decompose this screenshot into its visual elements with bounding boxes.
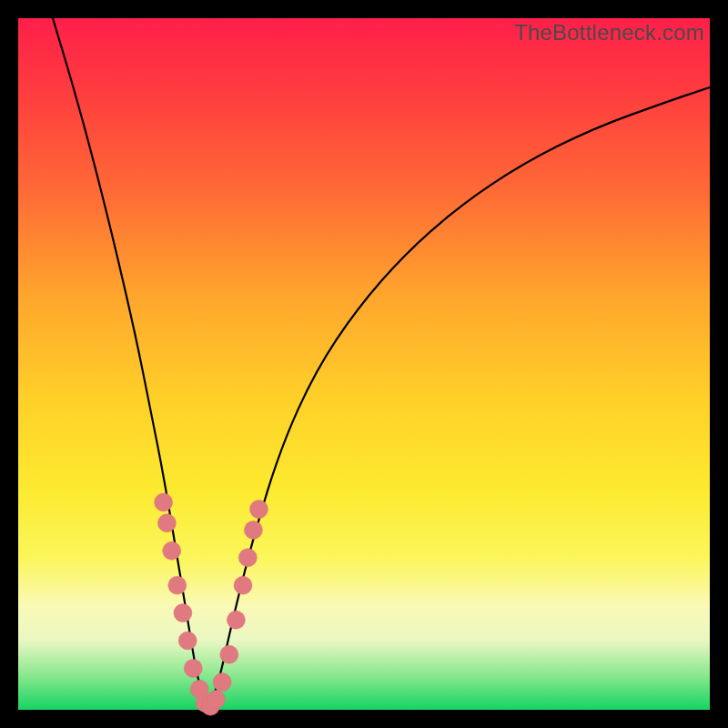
curve-marker <box>174 604 192 622</box>
curve-marker <box>227 611 245 629</box>
curve-marker <box>207 691 225 709</box>
bottleneck-curve <box>53 18 710 703</box>
curve-marker <box>244 521 262 539</box>
curve-marker <box>157 514 176 532</box>
chart-svg <box>18 18 710 710</box>
curve-marker <box>213 673 231 692</box>
curve-markers <box>155 493 268 715</box>
curve-marker <box>238 549 257 567</box>
chart-frame: TheBottleneck.com <box>18 18 710 710</box>
curve-marker <box>220 645 238 663</box>
curve-marker <box>178 632 197 650</box>
curve-marker <box>234 576 252 594</box>
curve-marker <box>155 493 173 511</box>
curve-marker <box>163 541 181 560</box>
curve-marker <box>168 576 187 594</box>
curve-marker <box>184 659 202 677</box>
curve-marker <box>249 500 268 519</box>
